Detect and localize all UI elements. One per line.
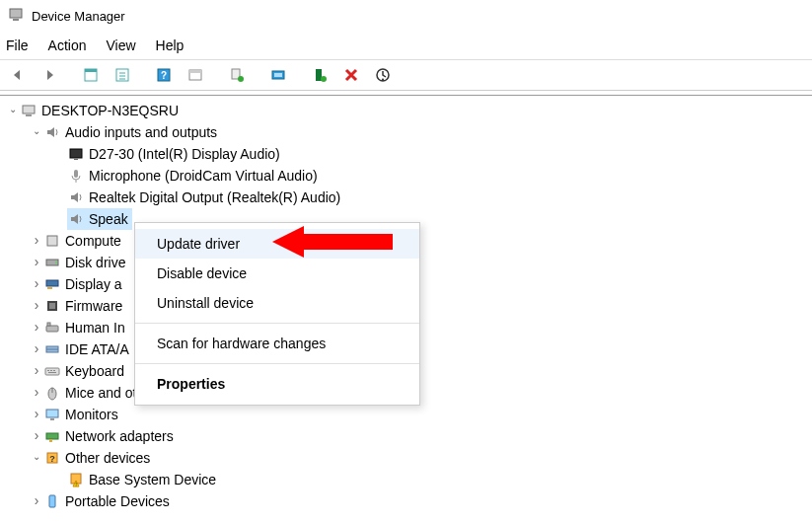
- tree-root-label: DESKTOP-N3EQSRU: [37, 103, 179, 118]
- svg-rect-43: [46, 410, 58, 417]
- firmware-icon: [43, 298, 61, 314]
- svg-rect-15: [274, 73, 282, 77]
- svg-rect-31: [49, 303, 55, 309]
- svg-rect-25: [47, 236, 57, 246]
- update-driver-button[interactable]: [223, 63, 251, 87]
- app-icon: [8, 7, 24, 26]
- category-label: Audio inputs and outputs: [61, 124, 217, 140]
- ide-icon: [43, 341, 61, 357]
- disable-device-button[interactable]: [369, 63, 397, 87]
- device-label: Microphone (DroidCam Virtual Audio): [85, 168, 318, 184]
- expand-icon[interactable]: [30, 407, 43, 422]
- device-label: Base System Device: [85, 472, 216, 487]
- expand-icon[interactable]: [30, 255, 43, 270]
- svg-point-27: [55, 262, 57, 263]
- expand-icon[interactable]: [30, 453, 43, 464]
- disk-icon: [43, 255, 61, 270]
- expand-icon[interactable]: [30, 363, 43, 379]
- category-label: Compute: [61, 233, 121, 249]
- svg-rect-51: [49, 495, 55, 507]
- svg-rect-0: [10, 9, 22, 18]
- svg-rect-1: [13, 19, 19, 21]
- device-label: D27-30 (Intel(R) Display Audio): [85, 146, 280, 162]
- speaker-icon: [67, 189, 85, 205]
- expand-icon[interactable]: [30, 428, 43, 444]
- context-menu-separator: [135, 323, 419, 324]
- context-menu-properties[interactable]: Properties: [135, 369, 419, 399]
- context-menu-uninstall-device[interactable]: Uninstall device: [135, 288, 419, 318]
- category-label: Display a: [61, 276, 122, 292]
- category-label: Disk drive: [61, 255, 125, 270]
- expand-icon[interactable]: [30, 320, 43, 336]
- help-button[interactable]: ?: [150, 63, 178, 87]
- svg-rect-20: [26, 114, 32, 116]
- enable-device-button[interactable]: [306, 63, 333, 87]
- category-audio[interactable]: Audio inputs and outputs: [4, 121, 812, 143]
- properties-button[interactable]: [109, 63, 136, 87]
- show-hide-console-button[interactable]: [77, 63, 105, 87]
- svg-rect-33: [47, 323, 50, 326]
- category-label: Firmware: [61, 298, 122, 314]
- computer-icon: [20, 103, 37, 118]
- svg-text:?: ?: [49, 454, 55, 464]
- scan-hardware-button[interactable]: [264, 63, 292, 87]
- category-other-devices[interactable]: ? Other devices: [4, 447, 812, 469]
- svg-rect-38: [50, 370, 52, 371]
- forward-button[interactable]: [36, 63, 63, 87]
- speaker-icon: [43, 124, 61, 140]
- microphone-icon: [67, 168, 85, 184]
- menu-help[interactable]: Help: [156, 37, 185, 53]
- menubar: File Action View Help: [0, 32, 812, 59]
- category-item[interactable]: Portable Devices: [4, 490, 812, 512]
- expand-icon[interactable]: [30, 233, 43, 249]
- svg-rect-46: [49, 439, 52, 442]
- unknown-device-icon: ?: [43, 450, 61, 466]
- svg-rect-21: [70, 149, 82, 158]
- svg-text:?: ?: [161, 70, 167, 81]
- expand-icon[interactable]: [30, 341, 43, 357]
- category-item[interactable]: Network adapters: [4, 425, 812, 447]
- category-label: Portable Devices: [61, 493, 170, 509]
- action-prop-button[interactable]: [182, 63, 209, 87]
- hid-icon: [43, 320, 61, 336]
- titlebar: Device Manager: [0, 0, 812, 32]
- device-item[interactable]: Microphone (DroidCam Virtual Audio): [4, 165, 812, 187]
- category-label: Other devices: [61, 450, 150, 466]
- menu-file[interactable]: File: [6, 37, 29, 53]
- context-menu-disable-device[interactable]: Disable device: [135, 259, 419, 288]
- svg-rect-23: [74, 170, 78, 178]
- device-item[interactable]: ! Base System Device: [4, 469, 812, 490]
- uninstall-device-button[interactable]: [337, 63, 365, 87]
- expand-icon[interactable]: [6, 106, 20, 116]
- device-item[interactable]: Realtek Digital Output (Realtek(R) Audio…: [4, 187, 812, 208]
- speaker-icon: [67, 211, 85, 227]
- svg-rect-3: [85, 69, 97, 72]
- portable-device-icon: [43, 493, 61, 509]
- svg-rect-36: [45, 368, 59, 375]
- network-icon: [43, 428, 61, 444]
- menu-view[interactable]: View: [106, 37, 135, 53]
- expand-icon[interactable]: [30, 298, 43, 314]
- category-label: Keyboard: [61, 363, 124, 379]
- back-button[interactable]: [4, 63, 32, 87]
- svg-rect-37: [47, 370, 49, 371]
- menu-action[interactable]: Action: [48, 37, 87, 53]
- svg-rect-29: [47, 287, 52, 289]
- context-menu: Update driver Disable device Uninstall d…: [134, 222, 420, 406]
- expand-icon[interactable]: [30, 385, 43, 401]
- svg-rect-28: [46, 280, 58, 286]
- device-item[interactable]: D27-30 (Intel(R) Display Audio): [4, 143, 812, 165]
- category-item[interactable]: Monitors: [4, 404, 812, 425]
- monitor-icon: [43, 407, 61, 422]
- expand-icon[interactable]: [30, 127, 43, 138]
- svg-rect-44: [50, 418, 54, 420]
- device-tree-pane: DESKTOP-N3EQSRU Audio inputs and outputs…: [0, 95, 812, 520]
- svg-point-17: [321, 76, 327, 82]
- context-menu-scan-hardware[interactable]: Scan for hardware changes: [135, 329, 419, 358]
- expand-icon[interactable]: [30, 276, 43, 292]
- expand-icon[interactable]: [30, 493, 43, 509]
- svg-rect-22: [74, 159, 78, 160]
- svg-rect-39: [53, 370, 55, 371]
- tree-root[interactable]: DESKTOP-N3EQSRU: [4, 100, 812, 121]
- context-menu-update-driver[interactable]: Update driver: [135, 229, 419, 259]
